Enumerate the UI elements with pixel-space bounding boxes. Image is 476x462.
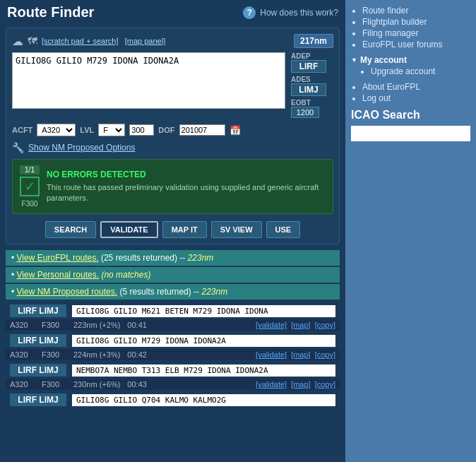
sidebar-item-about[interactable]: About EuroFPL — [362, 82, 470, 92]
help-section: ? How does this work? — [243, 6, 338, 19]
copy-link[interactable]: [copy] — [315, 380, 335, 389]
personal-count: (no matches) — [101, 270, 150, 280]
route-dist: 223nm (+2%) — [73, 321, 120, 329]
route-acft2: F300 — [42, 380, 66, 389]
copy-link[interactable]: [copy] — [315, 321, 335, 329]
validation-desc: This route has passed preliminary valida… — [47, 182, 326, 204]
route-finder-box: ☁ 🗺 [scratch pad + search] [map panel] 2… — [6, 28, 340, 244]
eurofpl-count: (25 results returned) -- — [101, 253, 188, 263]
route-fields-row: GILIO8G GILIO M729 IDONA IDONA2A ADEP AD… — [12, 52, 333, 118]
validation-aircraft: F300 — [22, 200, 38, 208]
route-item-header: LIRF LIMJ GILIO8G GILIO Q704 KALMO KALMO… — [6, 391, 340, 408]
acft-label: ACFT — [12, 126, 32, 134]
route-item-header: LIRF LIMJ GILIO8G GILIO M621 BETEN M729 … — [6, 302, 340, 319]
nm-options-link[interactable]: Show NM Proposed Options — [28, 143, 135, 153]
route-textarea[interactable]: GILIO8G GILIO M729 IDONA IDONA2A — [12, 52, 285, 109]
help-label[interactable]: How does this work? — [260, 8, 338, 18]
validate-link[interactable]: [validate] — [256, 350, 287, 359]
sidebar-item-logout[interactable]: Log out — [362, 93, 470, 103]
my-account-label[interactable]: My account — [360, 55, 407, 65]
sidebar-item-filing[interactable]: Filing manager — [362, 28, 470, 38]
map-panel-link[interactable]: [map panel] — [125, 37, 165, 45]
personal-link[interactable]: View Personal routes. — [17, 270, 100, 280]
params-row: ACFT A320 B737 C172 LVL F A DOF 📅 — [12, 124, 333, 136]
help-icon[interactable]: ? — [243, 6, 256, 19]
map-link[interactable]: [map] — [291, 380, 311, 389]
nm-distance: 223nm — [201, 287, 227, 297]
route-acft1: A320 — [10, 350, 35, 359]
validate-link[interactable]: [validate] — [256, 380, 287, 389]
dof-label: DOF — [158, 126, 174, 134]
eurofpl-link[interactable]: View EuroFPL routes. — [17, 253, 99, 263]
right-sidebar: Route finder Flightplan builder Filing m… — [345, 0, 476, 462]
sidebar-item-flightplan[interactable]: Flightplan builder — [362, 17, 470, 27]
nm-link[interactable]: View NM Proposed routes. — [17, 287, 118, 297]
map-link[interactable]: [map] — [291, 350, 311, 359]
sv-view-button[interactable]: SV VIEW — [211, 221, 262, 238]
validation-text-wrap: NO ERRORS DETECTED This route has passed… — [47, 170, 326, 204]
map-it-button[interactable]: MAP IT — [162, 221, 207, 238]
my-account-sublist: Upgrade account — [351, 66, 470, 76]
route-airports: LIRF LIMJ — [10, 304, 66, 317]
validate-link[interactable]: [validate] — [256, 321, 287, 329]
route-time: 00:43 — [127, 380, 147, 389]
calendar-icon[interactable]: 📅 — [230, 125, 241, 136]
wrench-icon: 🔧 — [12, 142, 24, 153]
sidebar-link[interactable]: About EuroFPL — [362, 82, 420, 92]
adep-label: ADEP — [291, 52, 311, 60]
route-textarea-wrap: GILIO8G GILIO M729 IDONA IDONA2A — [12, 52, 285, 118]
side-labels: ADEP ADES EOBT — [291, 52, 333, 118]
route-item: LIRF LIMJ NEMBO7A NEMBO T313 ELB M729 ID… — [6, 362, 340, 390]
lvl-select[interactable]: F A — [98, 124, 125, 136]
action-buttons: SEARCH VALIDATE MAP IT SV VIEW USE — [12, 221, 333, 238]
ades-input[interactable] — [291, 83, 326, 96]
map-icon: 🗺 — [28, 35, 37, 47]
nm-options-row: 🔧 Show NM Proposed Options — [12, 142, 333, 153]
eobt-label: EOBT — [291, 99, 311, 107]
adep-input[interactable] — [291, 60, 326, 73]
route-string: GILIO8G GILIO M621 BETEN M729 IDONA IDON… — [72, 305, 335, 317]
top-bar: ☁ 🗺 [scratch pad + search] [map panel] 2… — [12, 34, 333, 48]
icao-search-title: ICAO Search — [351, 109, 470, 122]
sidebar-link[interactable]: Route finder — [362, 6, 408, 16]
adep-group: ADEP — [291, 52, 333, 73]
route-string: GILIO8G GILIO M729 IDONA IDONA2A — [72, 335, 335, 347]
ades-label: ADES — [291, 76, 311, 83]
results-section: • View EuroFPL routes. (25 results retur… — [6, 250, 340, 408]
route-acft2: F300 — [42, 321, 66, 329]
route-item: LIRF LIMJ GILIO8G GILIO M729 IDONA IDONA… — [6, 332, 340, 360]
sidebar-link[interactable]: Filing manager — [362, 28, 418, 38]
search-button[interactable]: SEARCH — [45, 221, 96, 238]
route-acft1: A320 — [10, 380, 35, 389]
copy-link[interactable]: [copy] — [315, 350, 335, 359]
app-header: Route Finder ? How does this work? — [0, 0, 345, 25]
scratch-pad-link[interactable]: [scratch pad + search] — [42, 37, 119, 45]
sidebar-item-forums[interactable]: EuroFPL user forums — [362, 40, 470, 49]
lvl-label: LVL — [80, 126, 94, 134]
cloud-icon: ☁ — [12, 35, 23, 48]
sidebar-item-route-finder[interactable]: Route finder — [362, 6, 470, 16]
validate-button[interactable]: VALIDATE — [100, 221, 157, 238]
sidebar-link[interactable]: EuroFPL user forums — [362, 40, 443, 49]
sidebar-link[interactable]: Flightplan builder — [362, 17, 427, 27]
validation-check: ✓ — [20, 177, 40, 196]
acft-select[interactable]: A320 B737 C172 — [37, 124, 76, 136]
distance-badge: 217nm — [294, 34, 333, 48]
sidebar-link[interactable]: Upgrade account — [371, 66, 435, 76]
my-account-section: My account — [351, 55, 470, 65]
sidebar-nav-list: Route finder Flightplan builder Filing m… — [351, 6, 470, 49]
route-string: GILIO8G GILIO Q704 KALMO KALMO2G — [72, 394, 335, 406]
use-button[interactable]: USE — [266, 221, 301, 238]
map-link[interactable]: [map] — [291, 321, 311, 329]
validation-title: NO ERRORS DETECTED — [47, 170, 326, 179]
route-item-detail: A320 F300 230nm (+6%) 00:43 [validate] [… — [6, 379, 340, 390]
sidebar-link[interactable]: Log out — [362, 93, 391, 103]
route-item-detail: A320 F300 224nm (+3%) 00:42 [validate] [… — [6, 349, 340, 360]
eobt-group: EOBT — [291, 99, 333, 118]
lvl-input[interactable] — [129, 124, 154, 136]
icao-search-input[interactable] — [351, 126, 470, 141]
sidebar-item-upgrade[interactable]: Upgrade account — [371, 66, 470, 76]
eobt-input[interactable] — [291, 107, 319, 118]
route-dist: 230nm (+6%) — [73, 380, 120, 389]
dof-input[interactable] — [179, 124, 225, 136]
